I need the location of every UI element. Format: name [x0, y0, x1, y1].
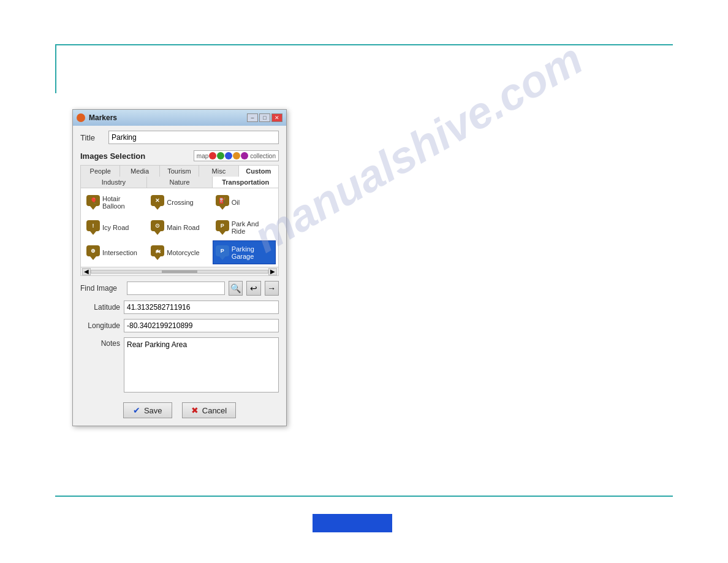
title-input[interactable] — [108, 131, 279, 144]
page-top-border — [55, 44, 673, 45]
save-button[interactable]: ✔ Save — [123, 402, 172, 418]
find-image-row: Find Image 🔍 ↩ → — [80, 281, 279, 296]
notes-label: Notes — [80, 337, 120, 393]
icon-label-hotair-balloon: Hotair Balloon — [102, 195, 143, 210]
scroll-left-btn[interactable]: ◀ — [82, 268, 91, 275]
icon-intersection[interactable]: ⊕ Intersection — [83, 240, 146, 264]
scrollbar-thumb — [162, 270, 197, 273]
page-left-border — [55, 44, 56, 93]
dialog-title-bar: Markers – □ ✕ — [73, 110, 286, 126]
watermark: manualshive.com — [245, 33, 591, 262]
icon-hotair-balloon[interactable]: 🎈 Hotair Balloon — [83, 191, 146, 215]
tab-media[interactable]: Media — [120, 166, 159, 177]
scroll-right-btn[interactable]: ▶ — [268, 268, 277, 275]
icon-motorcycle[interactable]: 🏍 Motorcycle — [148, 240, 211, 264]
longitude-input[interactable] — [124, 319, 279, 332]
tab-misc[interactable]: Misc — [199, 166, 238, 177]
icon-icy-road[interactable]: ! Icy Road — [83, 216, 146, 240]
latitude-row: Latitude — [80, 301, 279, 314]
minimize-button[interactable]: – — [247, 113, 258, 122]
find-image-input[interactable] — [127, 282, 225, 295]
find-search-button[interactable]: 🔍 — [229, 281, 243, 296]
title-field-row: Title — [80, 131, 279, 144]
images-section-title: Images Selection — [80, 151, 145, 161]
cancel-label: Cancel — [202, 406, 227, 415]
tab-tourism[interactable]: Tourism — [160, 166, 199, 177]
markers-dialog: Markers – □ ✕ Title Images Selection map — [72, 109, 287, 426]
subtab-industry[interactable]: Industry — [81, 177, 147, 188]
map-icon-green — [217, 152, 224, 159]
map-icon-red — [209, 152, 216, 159]
blue-rectangle — [313, 514, 392, 532]
icon-main-road[interactable]: ⊙ Main Road — [148, 216, 211, 240]
dialog-title-text: Markers — [89, 113, 117, 122]
cancel-icon: ✖ — [191, 405, 199, 415]
icon-label-park-and-ride: Park And Ride — [232, 220, 273, 235]
save-label: Save — [144, 406, 162, 415]
icon-label-crossing: Crossing — [167, 199, 193, 206]
icons-scrollbar[interactable]: ◀ ▶ — [80, 267, 279, 276]
dialog-buttons: ✔ Save ✖ Cancel — [80, 399, 279, 421]
map-label: map — [197, 153, 208, 159]
tab-custom[interactable]: Custom — [239, 166, 278, 177]
longitude-row: Longitude — [80, 319, 279, 332]
window-controls: – □ ✕ — [247, 113, 282, 122]
title-bar-left: Markers — [77, 113, 117, 122]
title-field-label: Title — [80, 133, 105, 142]
map-icon-blue — [225, 152, 232, 159]
notes-textarea[interactable]: Rear Parking Area — [124, 337, 279, 393]
page-bottom-border — [55, 496, 673, 497]
maximize-button[interactable]: □ — [259, 113, 270, 122]
icon-crossing[interactable]: ✕ Crossing — [148, 191, 211, 215]
map-icon-purple — [241, 152, 248, 159]
sub-category-tabs: Industry Nature Transportation — [80, 177, 279, 188]
find-image-label: Find Image — [80, 284, 123, 293]
icon-label-icy-road: Icy Road — [102, 224, 129, 231]
save-icon: ✔ — [133, 405, 140, 415]
map-icon-orange — [233, 152, 240, 159]
tab-people[interactable]: People — [81, 166, 120, 177]
find-back-button[interactable]: ↩ — [246, 281, 260, 296]
close-button[interactable]: ✕ — [271, 113, 282, 122]
latitude-input[interactable] — [124, 301, 279, 314]
collection-label: collection — [250, 153, 276, 159]
dialog-body: Title Images Selection map collection P — [73, 126, 286, 426]
icon-label-oil: Oil — [232, 199, 240, 206]
icon-park-and-ride[interactable]: P Park And Ride — [213, 216, 276, 240]
latitude-label: Latitude — [80, 303, 120, 312]
icon-label-main-road: Main Road — [167, 224, 199, 231]
scrollbar-track[interactable] — [91, 270, 268, 274]
icon-label-parking-garage: Parking Garage — [232, 245, 273, 260]
map-collection-bar: map collection — [194, 150, 279, 161]
subtab-nature[interactable]: Nature — [147, 177, 213, 188]
longitude-label: Longitude — [80, 321, 120, 330]
dialog-icon — [77, 113, 85, 122]
icons-grid: 🎈 Hotair Balloon ✕ Crossing ⛽ — [80, 188, 279, 267]
find-forward-button[interactable]: → — [265, 281, 279, 296]
icon-oil[interactable]: ⛽ Oil — [213, 191, 276, 215]
category-tabs: People Media Tourism Misc Custom — [80, 165, 279, 177]
subtab-transportation[interactable]: Transportation — [213, 177, 278, 188]
icon-parking-garage[interactable]: P Parking Garage — [213, 240, 276, 264]
notes-row: Notes Rear Parking Area — [80, 337, 279, 393]
images-section: Images Selection map collection People M… — [80, 150, 279, 276]
icon-label-intersection: Intersection — [102, 249, 137, 256]
images-header: Images Selection map collection — [80, 150, 279, 161]
cancel-button[interactable]: ✖ Cancel — [182, 402, 236, 418]
icon-label-motorcycle: Motorcycle — [167, 249, 199, 256]
